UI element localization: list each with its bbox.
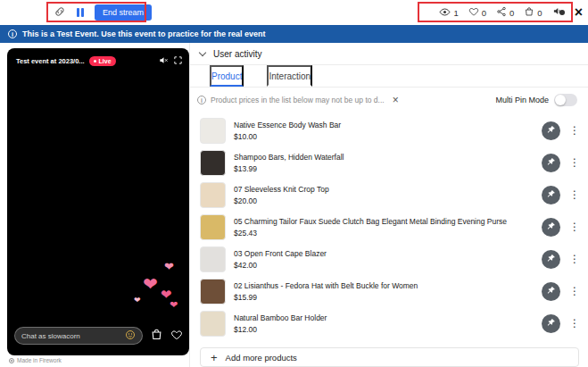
live-dot-icon — [94, 60, 96, 63]
stream-title: Test event at 2023/0... — [16, 57, 85, 65]
product-info: Native Essence Body Wash Bar $10.00 — [234, 121, 534, 141]
product-row: 02 Lisianthus - Fedora Hat with Belt Buc… — [200, 275, 581, 307]
copy-link-button[interactable] — [54, 5, 66, 21]
multi-pin-control: Multi Pin Mode — [495, 94, 577, 106]
floating-hearts: ❤ ❤ ❤ ❤ ❤ — [128, 252, 184, 316]
pause-stream-button[interactable] — [77, 8, 84, 17]
pin-product-button[interactable] — [542, 186, 560, 204]
pin-icon — [546, 285, 556, 298]
heart-reaction-icon: ❤ — [170, 300, 178, 310]
chat-input[interactable] — [21, 332, 121, 340]
product-row: 03 Open Front Cape Blazer $42.00 ⋮ — [200, 243, 581, 275]
notice-text: Product prices in the list below may not… — [211, 96, 385, 104]
cart-count: 0 — [537, 8, 542, 18]
product-name: Natural Bamboo Bar Holder — [234, 313, 534, 322]
video-player: Test event at 2023/0... Live ❤ ❤ ❤ ❤ — [7, 48, 189, 355]
multi-pin-toggle[interactable] — [554, 94, 577, 106]
product-menu-icon[interactable]: ⋮ — [568, 285, 581, 297]
product-price: $42.00 — [234, 261, 534, 270]
product-info: 02 Lisianthus - Fedora Hat with Belt Buc… — [234, 281, 534, 302]
close-icon[interactable]: × — [575, 5, 583, 20]
heart-reaction-icon: ❤ — [161, 288, 172, 301]
product-menu-icon[interactable]: ⋮ — [568, 188, 581, 201]
pause-icon — [77, 8, 84, 17]
shopping-bag-icon — [524, 6, 534, 19]
product-menu-icon[interactable]: ⋮ — [568, 317, 581, 329]
pin-product-button[interactable] — [542, 282, 560, 301]
toggle-knob — [555, 95, 566, 105]
stream-controls: End stream — [54, 0, 152, 25]
tab-interaction[interactable]: Interaction — [267, 65, 312, 87]
product-thumbnail — [200, 214, 226, 240]
product-price: $10.00 — [234, 132, 534, 141]
viewer-count: 1 — [453, 8, 458, 18]
share-count: 0 — [509, 8, 514, 18]
pin-icon — [546, 253, 556, 266]
product-row: Shampoo Bars, Hidden Waterfall $13.99 ⋮ — [200, 146, 581, 179]
product-thumbnail — [200, 279, 226, 304]
add-more-label: Add more products — [226, 353, 297, 363]
product-name: 02 Lisianthus - Fedora Hat with Belt Buc… — [234, 281, 534, 290]
player-shop-button[interactable] — [150, 328, 163, 344]
plus-icon: + — [211, 352, 218, 363]
main-area: Test event at 2023/0... Live ❤ ❤ ❤ ❤ — [0, 43, 588, 367]
pin-product-button[interactable] — [542, 154, 560, 172]
user-activity-header[interactable]: User activity — [190, 43, 588, 65]
product-info: 03 Open Front Cape Blazer $42.00 — [234, 249, 534, 270]
product-thumbnail — [200, 246, 226, 272]
tab-product[interactable]: Product — [210, 65, 244, 87]
product-name: 03 Open Front Cape Blazer — [234, 249, 534, 258]
product-menu-icon[interactable]: ⋮ — [568, 221, 581, 233]
product-info: 07 Sleeveless Knit Crop Top $20.00 — [234, 185, 534, 205]
mute-button[interactable] — [159, 54, 169, 68]
product-info: Shampoo Bars, Hidden Waterfall $13.99 — [234, 153, 534, 173]
audio-toggle-button[interactable] — [552, 5, 565, 20]
price-notice: i Product prices in the list below may n… — [197, 95, 399, 105]
fullscreen-button[interactable] — [173, 54, 183, 68]
panel-tabs: Product Interaction — [190, 65, 588, 88]
emoji-button[interactable] — [125, 329, 136, 343]
chat-bar — [14, 327, 183, 345]
product-thumbnail — [200, 311, 226, 337]
info-icon: i — [197, 96, 206, 104]
panel-title: User activity — [213, 49, 261, 59]
end-stream-button[interactable]: End stream — [95, 4, 152, 21]
product-price: $15.99 — [234, 293, 534, 302]
pin-icon — [546, 317, 556, 330]
info-icon: i — [8, 29, 17, 38]
product-name: 07 Sleeveless Knit Crop Top — [234, 185, 534, 194]
product-menu-icon[interactable]: ⋮ — [568, 253, 581, 265]
watermark-text: Made in Firework — [17, 357, 62, 363]
heart-reaction-icon: ❤ — [143, 275, 158, 293]
pin-product-button[interactable] — [542, 218, 560, 237]
product-menu-icon[interactable]: ⋮ — [568, 156, 581, 169]
stream-stats: 1 0 0 0 × — [439, 0, 583, 25]
product-row: 05 Charming Tailor Faux Suede Clutch Bag… — [200, 211, 581, 243]
product-row: Native Essence Body Wash Bar $10.00 ⋮ — [200, 114, 581, 146]
add-more-products-button[interactable]: + Add more products — [200, 347, 579, 367]
product-menu-icon[interactable]: ⋮ — [568, 124, 581, 137]
share-count-stat: 0 — [496, 6, 514, 19]
shopping-bag-icon — [150, 328, 163, 344]
like-count-stat: 0 — [468, 6, 486, 19]
dismiss-notice-icon[interactable]: × — [393, 95, 399, 105]
chat-input-pill[interactable] — [14, 327, 143, 345]
smiley-icon — [125, 329, 136, 343]
pin-icon — [546, 124, 556, 138]
pin-product-button[interactable] — [542, 121, 560, 140]
product-price: $12.00 — [234, 325, 534, 334]
notice-row: i Product prices in the list below may n… — [190, 88, 588, 113]
firework-watermark: Made in Firework — [9, 357, 62, 363]
cart-count-stat: 0 — [524, 6, 542, 19]
muted-speaker-icon — [159, 54, 169, 68]
product-name: 05 Charming Tailor Faux Suede Clutch Bag… — [234, 217, 534, 226]
user-activity-panel: User activity Product Interaction i Prod… — [189, 43, 588, 367]
pin-icon — [546, 188, 556, 202]
link-icon — [54, 5, 66, 21]
test-event-banner: i This is a Test Event. Use this event t… — [0, 25, 588, 43]
player-like-button[interactable] — [170, 329, 183, 344]
pin-product-button[interactable] — [542, 314, 560, 333]
pin-product-button[interactable] — [542, 250, 560, 269]
viewer-count-stat: 1 — [439, 6, 458, 20]
audio-indicator-dot — [559, 10, 565, 15]
